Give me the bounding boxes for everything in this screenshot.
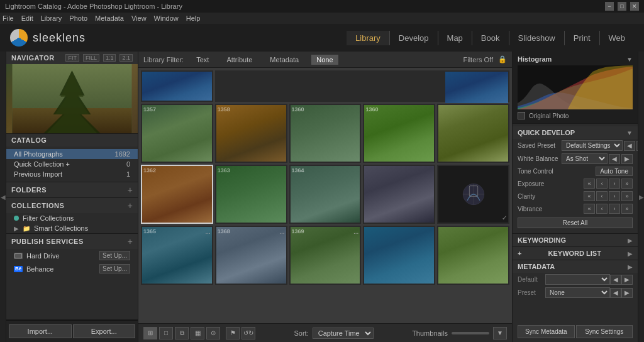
navigator-header[interactable]: Navigator FIT FILL 1:1 2:1	[6, 52, 138, 64]
photo-cell[interactable]	[363, 226, 435, 285]
catalog-previous-import[interactable]: Previous Import 1	[6, 169, 138, 179]
sync-metadata-button[interactable]: Sync Metadata	[518, 325, 575, 338]
white-balance-select[interactable]: As Shot Auto Daylight	[562, 153, 608, 164]
export-button[interactable]: Export...	[73, 324, 136, 338]
exposure-plus-plus[interactable]: »	[621, 179, 633, 189]
import-button[interactable]: Import...	[9, 324, 72, 338]
publish-hard-drive[interactable]: Hard Drive Set Up...	[6, 249, 138, 262]
photo-cell[interactable]: 1357	[141, 104, 213, 163]
loupe-view-button[interactable]: □	[159, 327, 173, 339]
tab-book[interactable]: Book	[472, 31, 509, 45]
thumbnail-scroll-down[interactable]: ▼	[493, 327, 507, 339]
menu-view[interactable]: View	[131, 14, 147, 22]
maximize-button[interactable]: □	[618, 2, 626, 11]
clarity-minus[interactable]: ‹	[596, 191, 608, 201]
menu-metadata[interactable]: Metadata	[95, 14, 124, 22]
folders-header[interactable]: Folders +	[6, 182, 138, 197]
reset-all-button[interactable]: Reset All	[518, 218, 633, 228]
metadata-next[interactable]: ▶	[621, 275, 633, 285]
photo-cell[interactable]: 1363	[215, 165, 287, 224]
exposure-minus[interactable]: ‹	[596, 179, 608, 189]
tab-print[interactable]: Print	[565, 31, 600, 45]
tab-map[interactable]: Map	[438, 31, 472, 45]
auto-tone-button[interactable]: Auto Tone	[596, 167, 633, 176]
compare-view-button[interactable]: ⧉	[175, 327, 189, 339]
flag-button[interactable]: ⚑	[226, 327, 240, 339]
quick-develop-header[interactable]: Quick Develop ▼	[513, 126, 638, 139]
collection-filter[interactable]: Filter Collections	[6, 213, 138, 223]
keyword-list-expand[interactable]: ▶	[628, 250, 633, 257]
metadata-preset-select[interactable]: None	[545, 287, 610, 298]
left-panel-toggle[interactable]: ◀	[0, 52, 6, 342]
photo-cell[interactable]: 1364	[289, 165, 362, 224]
catalog-quick-collection[interactable]: Quick Collection + 0	[6, 159, 138, 169]
histogram-collapse[interactable]: ▼	[626, 56, 633, 63]
photo-cell[interactable]: ✓	[437, 165, 509, 224]
vibrance-minus[interactable]: ‹	[596, 204, 608, 214]
photo-cell[interactable]: 1358	[215, 104, 287, 163]
catalog-header[interactable]: Catalog	[6, 134, 138, 146]
keywording-expand[interactable]: ▶	[628, 237, 633, 244]
filter-attribute[interactable]: Attribute	[221, 55, 257, 65]
menu-file[interactable]: File	[3, 14, 14, 22]
right-panel-toggle[interactable]: ▶	[638, 52, 644, 342]
quick-develop-collapse[interactable]: ▼	[626, 130, 633, 136]
hard-drive-setup-button[interactable]: Set Up...	[99, 251, 130, 260]
metadata-prev[interactable]: ◀	[610, 275, 621, 285]
collection-smart[interactable]: ▶ 📁 Smart Collections	[6, 223, 138, 233]
menu-library[interactable]: Library	[41, 14, 62, 22]
vibrance-minus-minus[interactable]: «	[584, 204, 595, 214]
nav-fill[interactable]: FILL	[83, 54, 99, 62]
saved-preset-prev[interactable]: ◀	[624, 141, 635, 151]
metadata-preset-next[interactable]: ▶	[621, 288, 633, 298]
folders-add-button[interactable]: +	[128, 185, 133, 195]
minimize-button[interactable]: −	[605, 2, 614, 11]
camera-button[interactable]: ⊙	[206, 327, 220, 339]
menu-edit[interactable]: Edit	[21, 14, 33, 22]
grid-view-button[interactable]: ⊞	[143, 327, 157, 339]
keyword-list-header[interactable]: + Keyword List ▶	[513, 247, 638, 260]
metadata-preset-prev[interactable]: ◀	[610, 288, 621, 298]
publish-services-add-button[interactable]: +	[128, 236, 133, 246]
tab-develop[interactable]: Develop	[390, 31, 438, 45]
nav-2-1[interactable]: 2:1	[119, 54, 133, 62]
publish-services-header[interactable]: Publish Services +	[6, 234, 138, 249]
tab-library[interactable]: Library	[347, 31, 390, 45]
clarity-plus-plus[interactable]: »	[621, 191, 633, 201]
catalog-all-photos[interactable]: All Photographs 1692	[6, 149, 138, 159]
survey-view-button[interactable]: ▦	[191, 327, 204, 339]
keywording-header[interactable]: Keywording ▶	[513, 234, 638, 246]
photo-cell[interactable]: 1368 ...	[215, 226, 287, 285]
behance-setup-button[interactable]: Set Up...	[99, 264, 130, 273]
photo-cell[interactable]: 1360	[363, 104, 435, 163]
vibrance-plus-plus[interactable]: »	[621, 204, 633, 214]
menu-window[interactable]: Window	[154, 14, 179, 22]
photo-cell[interactable]	[363, 165, 435, 224]
filter-text[interactable]: Text	[191, 55, 214, 65]
nav-fit[interactable]: FIT	[65, 54, 79, 62]
exposure-minus-minus[interactable]: «	[584, 179, 595, 189]
thumbnail-size-slider[interactable]	[452, 332, 489, 334]
menu-help[interactable]: Help	[186, 14, 201, 22]
metadata-expand[interactable]: ▶	[628, 263, 633, 270]
metadata-header[interactable]: Metadata ▶	[513, 260, 638, 273]
photo-cell-selected[interactable]: 1362	[141, 165, 213, 224]
vibrance-plus[interactable]: ›	[609, 204, 620, 214]
exposure-plus[interactable]: ›	[609, 179, 620, 189]
filter-metadata[interactable]: Metadata	[265, 55, 304, 65]
metadata-default-select[interactable]	[545, 274, 610, 285]
original-photo-checkbox[interactable]	[518, 112, 525, 119]
photo-cell[interactable]	[437, 104, 509, 163]
publish-behance[interactable]: Bē Behance Set Up...	[6, 262, 138, 275]
sync-settings-button[interactable]: Sync Settings	[576, 325, 633, 338]
close-button[interactable]: ✕	[630, 2, 639, 11]
clarity-plus[interactable]: ›	[609, 191, 620, 201]
photo-cell[interactable]: 1365 ...	[141, 226, 213, 285]
rotate-button[interactable]: ↺↻	[242, 327, 255, 339]
clarity-minus-minus[interactable]: «	[584, 191, 595, 201]
filter-none[interactable]: None	[311, 55, 338, 65]
saved-preset-select[interactable]: Default Settings	[562, 140, 623, 151]
collections-add-button[interactable]: +	[128, 201, 133, 211]
wb-prev[interactable]: ◀	[609, 154, 620, 164]
photo-cell[interactable]	[141, 70, 213, 102]
